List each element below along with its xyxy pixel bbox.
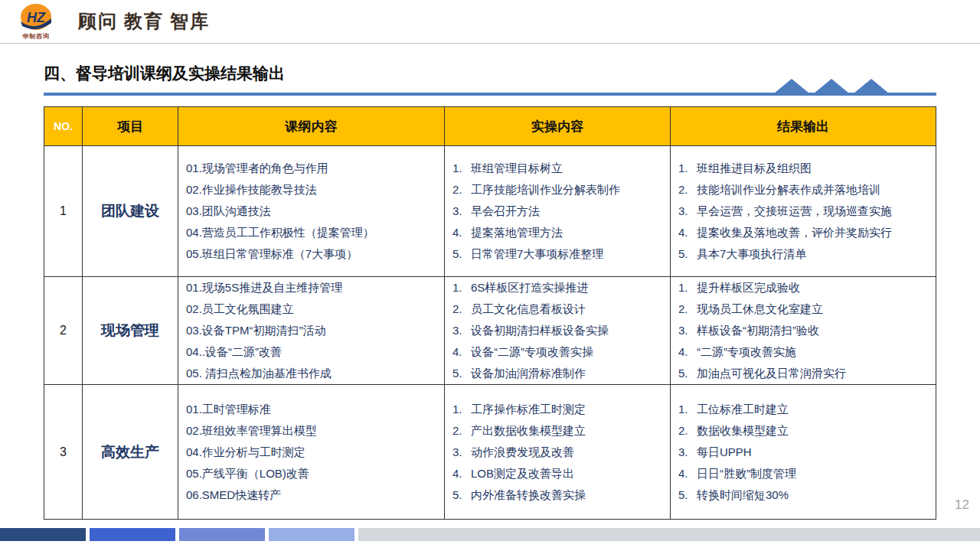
list-item: 05.班组日常管理标准（7大事项）: [186, 243, 439, 265]
table-row: 2现场管理01.现场5S推进及自主维持管理02.员工文化氛围建立03.设备TPM…: [44, 277, 936, 385]
item-number: 1.: [452, 399, 471, 420]
item-text: 设备“二源”专项改善实操: [471, 341, 593, 363]
item-text: 具本7大事项执行清单: [697, 243, 806, 265]
item-text: 工位标准工时建立: [697, 399, 789, 420]
logo-text: HZ: [27, 10, 46, 25]
table-body: 1团队建设01.现场管理者的角色与作用02.作业操作技能教导技法03.团队沟通技…: [44, 146, 936, 520]
list-item: 2.技能培训作业分解表作成并落地培训: [678, 179, 931, 201]
list-item: 1.班组管理目标树立: [452, 158, 665, 179]
item-text: 班组推进目标及组织图: [697, 158, 812, 179]
company-logo: HZ 华制咨询: [14, 3, 58, 41]
company-tagline: 顾问 教育 智库: [78, 9, 210, 34]
practice-cell: 1.6S样板区打造实操推进2.员工文化信息看板设计3.设备初期清扫样板设备实操4…: [445, 277, 671, 385]
item-list: 1.班组推进目标及组织图2.技能培训作业分解表作成并落地培训3.早会运营，交接班…: [671, 158, 936, 265]
row-number: 3: [44, 385, 83, 520]
footer-segment: [90, 528, 175, 541]
item-text: 日日“胜败”制度管理: [697, 463, 796, 484]
results-table: NO. 项目 课纲内容 实操内容 结果输出 1团队建设01.现场管理者的角色与作…: [44, 106, 936, 520]
item-number: 5.: [452, 243, 471, 265]
practice-cell: 1.班组管理目标树立2.工序技能培训作业分解表制作3.早会召开方法4.提案落地管…: [445, 146, 671, 277]
column-header-curriculum: 课纲内容: [178, 107, 445, 146]
item-number: 2.: [452, 179, 471, 201]
list-item: 3.早会召开方法: [452, 201, 665, 222]
title-underline: [44, 93, 936, 96]
item-text: 设备初期清扫样板设备实操: [471, 320, 609, 341]
list-item: 4.“二源”专项改善实施: [678, 341, 931, 363]
list-item: 01.现场5S推进及自主维持管理: [186, 277, 439, 298]
item-number: 2.: [678, 298, 697, 320]
list-item: 1.6S样板区打造实操推进: [452, 277, 665, 298]
list-item: 04.营造员工工作积极性（提案管理）: [186, 222, 439, 243]
list-item: 4.日日“胜败”制度管理: [678, 463, 931, 484]
item-text: 提升样板区完成验收: [697, 277, 800, 298]
row-number: 1: [44, 146, 83, 277]
slide: HZ 华制咨询 顾问 教育 智库 四、督导培训课纲及实操结果输出 NO. 项目 …: [0, 0, 980, 551]
list-item: 06.SMED快速转产: [186, 484, 439, 506]
item-number: 5.: [678, 484, 697, 506]
item-text: 早会召开方法: [471, 201, 540, 222]
item-text: 产出数据收集模型建立: [471, 420, 586, 442]
practice-cell: 1.工序操作标准工时测定2.产出数据收集模型建立3.动作浪费发现及改善4.LOB…: [445, 385, 671, 520]
list-item: 04.作业分析与工时测定: [186, 442, 439, 463]
list-item: 5.转换时间缩短30%: [678, 484, 931, 506]
footer-tail: [358, 528, 980, 541]
list-item: 1.班组推进目标及组织图: [678, 158, 931, 179]
list-item: 2.现场员工休息文化室建立: [678, 298, 931, 320]
item-text: 技能培训作业分解表作成并落地培训: [697, 179, 880, 201]
item-list: 1.工序操作标准工时测定2.产出数据收集模型建立3.动作浪费发现及改善4.LOB…: [445, 399, 670, 506]
column-header-output: 结果输出: [671, 107, 936, 146]
curriculum-cell: 01.现场管理者的角色与作用02.作业操作技能教导技法03.团队沟通技法04.营…: [178, 146, 445, 277]
item-text: 班组管理目标树立: [471, 158, 563, 179]
table-row: 3高效生产01.工时管理标准02.班组效率管理算出模型04.作业分析与工时测定0…: [44, 385, 936, 520]
list-item: 4.提案落地管理方法: [452, 222, 665, 243]
item-text: 样板设备“初期清扫”验收: [697, 320, 819, 341]
item-number: 4.: [452, 222, 471, 243]
list-item: 3.动作浪费发现及改善: [452, 442, 665, 463]
list-item: 02.作业操作技能教导技法: [186, 179, 439, 201]
item-number: 1.: [678, 399, 697, 420]
list-item: 2.员工文化信息看板设计: [452, 298, 665, 320]
item-number: 2.: [452, 420, 471, 442]
item-number: 4.: [678, 463, 697, 484]
list-item: 5.设备加油润滑标准制作: [452, 363, 665, 384]
footer-segment: [269, 528, 354, 541]
list-item: 2.数据收集模型建立: [678, 420, 931, 442]
item-text: 工序操作标准工时测定: [471, 399, 586, 420]
list-item: 05. 清扫点检加油基准书作成: [186, 363, 439, 384]
list-item: 3.设备初期清扫样板设备实操: [452, 320, 665, 341]
item-list: 01.工时管理标准02.班组效率管理算出模型04.作业分析与工时测定05.产线平…: [178, 399, 444, 506]
item-list: 1.提升样板区完成验收2.现场员工休息文化室建立3.样板设备“初期清扫”验收4.…: [671, 277, 936, 384]
output-cell: 1.工位标准工时建立2.数据收集模型建立3.每日UPPH4.日日“胜败”制度管理…: [671, 385, 936, 520]
item-text: 提案落地管理方法: [471, 222, 563, 243]
item-text: 日常管理7大事项标准整理: [471, 243, 603, 265]
triangle-icon: [814, 79, 849, 93]
top-bar: HZ 华制咨询 顾问 教育 智库: [0, 0, 980, 44]
list-item: 03.团队沟通技法: [186, 201, 439, 222]
item-list: 01.现场管理者的角色与作用02.作业操作技能教导技法03.团队沟通技法04.营…: [178, 158, 444, 265]
item-text: 数据收集模型建立: [697, 420, 789, 442]
table-row: 1团队建设01.现场管理者的角色与作用02.作业操作技能教导技法03.团队沟通技…: [44, 146, 936, 277]
item-number: 3.: [678, 320, 697, 341]
list-item: 03.设备TPM“初期清扫”活动: [186, 320, 439, 341]
item-number: 5.: [678, 243, 697, 265]
list-item: 1.工序操作标准工时测定: [452, 399, 665, 420]
list-item: 3.每日UPPH: [678, 442, 931, 463]
list-item: 3.样板设备“初期清扫”验收: [678, 320, 931, 341]
project-name: 现场管理: [83, 277, 178, 385]
curriculum-cell: 01.工时管理标准02.班组效率管理算出模型04.作业分析与工时测定05.产线平…: [178, 385, 445, 520]
list-item: 1.提升样板区完成验收: [678, 277, 931, 298]
item-number: 2.: [678, 420, 697, 442]
item-number: 3.: [678, 442, 697, 463]
page-number: 12: [955, 497, 969, 513]
item-number: 4.: [678, 341, 697, 363]
item-text: 动作浪费发现及改善: [471, 442, 574, 463]
list-item: 2.工序技能培训作业分解表制作: [452, 179, 665, 201]
item-number: 2.: [452, 298, 471, 320]
list-item: 4.提案收集及落地改善，评价并奖励实行: [678, 222, 931, 243]
list-item: 1.工位标准工时建立: [678, 399, 931, 420]
item-number: 2.: [678, 179, 697, 201]
list-item: 01.现场管理者的角色与作用: [186, 158, 439, 179]
item-number: 5.: [452, 484, 471, 506]
item-number: 3.: [678, 201, 697, 222]
column-header-practice: 实操内容: [445, 107, 671, 146]
